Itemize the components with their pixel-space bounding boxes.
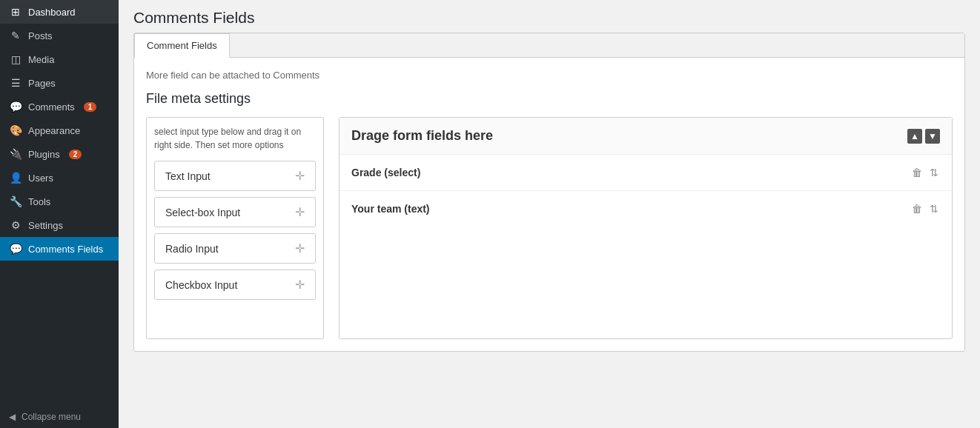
main-content: Comments Fields Comment Fields More fiel… <box>119 0 980 428</box>
input-type-text[interactable]: Text Input ✛ <box>154 161 316 191</box>
plugins-icon: 🔌 <box>9 148 22 160</box>
sidebar: ⊞ Dashboard ✎ Posts ◫ Media ☰ Pages 💬 Co… <box>0 0 119 428</box>
field-info: More field can be attached to Comments <box>146 70 953 81</box>
sidebar-item-posts[interactable]: ✎ Posts <box>0 24 119 47</box>
field-delete-grade[interactable]: 🗑 <box>910 165 924 180</box>
field-sort-your-team[interactable]: ⇅ <box>928 201 940 216</box>
drag-handle-select: ✛ <box>295 205 305 219</box>
drag-handle-radio: ✛ <box>295 241 305 255</box>
sidebar-item-label: Appearance <box>28 125 80 136</box>
comments-fields-icon: 💬 <box>9 243 22 255</box>
tab-nav: Comment Fields <box>134 33 964 58</box>
sidebar-item-users[interactable]: 👤 Users <box>0 166 119 190</box>
drop-zone-title: Drage form fields here <box>351 128 493 144</box>
drag-handle-checkbox: ✛ <box>295 278 305 292</box>
field-row-your-team: Your team (text) 🗑 ⇅ <box>340 191 952 227</box>
drag-handle-text: ✛ <box>295 169 305 183</box>
media-icon: ◫ <box>9 53 22 65</box>
tools-icon: 🔧 <box>9 195 22 207</box>
settings-icon: ⚙ <box>9 219 22 231</box>
input-types-instruction: select input type below and drag it on r… <box>154 125 316 152</box>
tab-content: More field can be attached to Comments F… <box>134 58 964 351</box>
sidebar-item-comments[interactable]: 💬 Comments 1 <box>0 95 119 118</box>
pages-icon: ☰ <box>9 77 22 89</box>
field-row-grade: Grade (select) 🗑 ⇅ <box>340 155 952 191</box>
sidebar-item-label: Plugins <box>28 149 60 160</box>
input-type-select-label: Select-box Input <box>165 207 240 218</box>
sidebar-item-label: Comments Fields <box>28 244 103 255</box>
field-sort-grade[interactable]: ⇅ <box>928 165 940 180</box>
input-type-select[interactable]: Select-box Input ✛ <box>154 197 316 227</box>
sidebar-item-label: Comments <box>28 101 75 113</box>
input-type-radio-label: Radio Input <box>165 243 219 255</box>
sidebar-item-comments-fields[interactable]: 💬 Comments Fields <box>0 237 119 261</box>
drop-zone: Drage form fields here ▲ ▼ Grade (select… <box>339 117 953 339</box>
input-type-checkbox[interactable]: Checkbox Input ✛ <box>154 270 316 300</box>
sidebar-item-tools[interactable]: 🔧 Tools <box>0 190 119 213</box>
dashboard-icon: ⊞ <box>9 6 22 18</box>
drop-zone-header: Drage form fields here ▲ ▼ <box>340 118 952 155</box>
tab-comment-fields[interactable]: Comment Fields <box>134 33 230 58</box>
field-delete-your-team[interactable]: 🗑 <box>910 201 924 216</box>
sidebar-item-settings[interactable]: ⚙ Settings <box>0 213 119 237</box>
input-type-radio[interactable]: Radio Input ✛ <box>154 233 316 264</box>
field-actions-your-team: 🗑 ⇅ <box>910 201 940 216</box>
posts-icon: ✎ <box>9 30 22 41</box>
tabs-container: Comment Fields More field can be attache… <box>133 33 965 352</box>
sidebar-item-media[interactable]: ◫ Media <box>0 47 119 71</box>
content-area: Comment Fields More field can be attache… <box>119 33 980 428</box>
input-type-checkbox-label: Checkbox Input <box>165 279 237 291</box>
drop-zone-controls: ▲ ▼ <box>907 129 940 144</box>
plugins-badge: 2 <box>69 150 82 159</box>
sidebar-item-label: Settings <box>28 220 63 231</box>
users-icon: 👤 <box>9 172 22 184</box>
sidebar-item-label: Dashboard <box>28 7 76 18</box>
field-label-your-team: Your team (text) <box>351 203 430 215</box>
input-type-text-label: Text Input <box>165 170 211 182</box>
sidebar-item-label: Pages <box>28 78 56 89</box>
sidebar-item-appearance[interactable]: 🎨 Appearance <box>0 118 119 142</box>
field-label-grade: Grade (select) <box>351 167 420 178</box>
comments-icon: 💬 <box>9 101 22 113</box>
collapse-menu-button[interactable]: ◀ Collapse menu <box>0 406 119 428</box>
sidebar-item-label: Tools <box>28 196 50 207</box>
collapse-arrow-icon: ◀ <box>9 412 16 422</box>
page-title: Comments Fields <box>119 0 980 33</box>
two-col-layout: select input type below and drag it on r… <box>146 117 953 339</box>
drop-zone-collapse-btn[interactable]: ▲ <box>907 129 922 144</box>
sidebar-item-label: Users <box>28 173 53 184</box>
sidebar-item-label: Media <box>28 54 54 65</box>
sidebar-item-plugins[interactable]: 🔌 Plugins 2 <box>0 142 119 166</box>
input-types-panel: select input type below and drag it on r… <box>146 117 324 339</box>
appearance-icon: 🎨 <box>9 124 22 136</box>
section-title: File meta settings <box>146 91 953 107</box>
sidebar-item-label: Posts <box>28 30 53 41</box>
collapse-label: Collapse menu <box>21 412 81 422</box>
drop-zone-expand-btn[interactable]: ▼ <box>925 129 940 144</box>
sidebar-item-dashboard[interactable]: ⊞ Dashboard <box>0 0 119 24</box>
sidebar-item-pages[interactable]: ☰ Pages <box>0 71 119 95</box>
field-actions-grade: 🗑 ⇅ <box>910 165 940 180</box>
comments-badge: 1 <box>84 102 97 112</box>
